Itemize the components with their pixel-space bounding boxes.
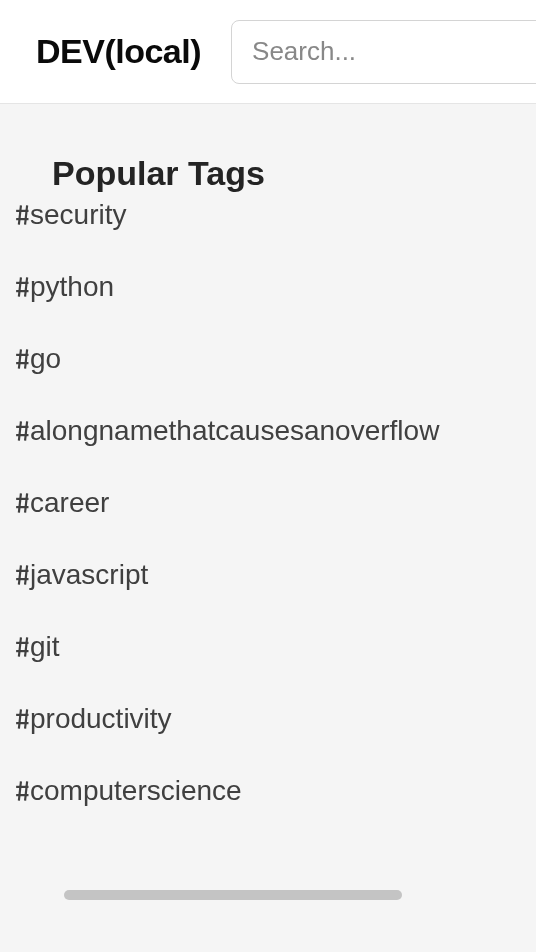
svg-line-10 [19, 349, 21, 368]
svg-line-35 [25, 781, 27, 800]
hash-icon [16, 201, 30, 229]
hash-icon [16, 273, 30, 301]
hash-icon [16, 705, 30, 733]
svg-line-3 [25, 205, 27, 224]
hash-icon [16, 489, 30, 517]
svg-line-23 [25, 565, 27, 584]
tag-item[interactable]: career [16, 467, 496, 539]
svg-line-31 [25, 709, 27, 728]
tag-label: git [30, 631, 60, 663]
tag-label: alongnamethatcausesanoverflow [30, 415, 439, 447]
tags-scroll-content: security python go alongnamethatcausesan… [16, 201, 496, 839]
hash-icon [16, 345, 30, 373]
tag-item[interactable]: alongnamethatcausesanoverflow [16, 395, 496, 467]
svg-line-18 [19, 493, 21, 512]
search-input[interactable] [231, 20, 536, 84]
tag-item[interactable]: python [16, 251, 496, 323]
horizontal-scrollbar-thumb[interactable] [64, 890, 402, 900]
tag-label: computerscience [30, 775, 242, 807]
hash-icon [16, 633, 30, 661]
tag-label: career [30, 487, 109, 519]
svg-line-26 [19, 637, 21, 656]
tag-item[interactable]: go [16, 323, 496, 395]
tag-label: go [30, 343, 61, 375]
svg-line-27 [25, 637, 27, 656]
svg-line-19 [25, 493, 27, 512]
tags-list-container[interactable]: security python go alongnamethatcausesan… [16, 201, 506, 901]
popular-tags-title: Popular Tags [52, 154, 496, 193]
tag-item[interactable]: security [16, 201, 496, 251]
hash-icon [16, 417, 30, 445]
svg-line-2 [19, 205, 21, 224]
hash-icon [16, 777, 30, 805]
svg-line-30 [19, 709, 21, 728]
svg-line-7 [25, 277, 27, 296]
svg-line-34 [19, 781, 21, 800]
svg-line-11 [25, 349, 27, 368]
tag-label: javascript [30, 559, 148, 591]
hash-icon [16, 561, 30, 589]
tag-item[interactable]: productivity [16, 683, 496, 755]
svg-line-15 [25, 421, 27, 440]
svg-line-22 [19, 565, 21, 584]
svg-line-14 [19, 421, 21, 440]
tag-item[interactable]: javascript [16, 539, 496, 611]
tag-item[interactable]: git [16, 611, 496, 683]
site-logo[interactable]: DEV(local) [36, 32, 201, 71]
tag-label: security [30, 201, 126, 231]
tag-label: python [30, 271, 114, 303]
svg-line-6 [19, 277, 21, 296]
horizontal-scrollbar[interactable] [64, 889, 466, 901]
header: DEV(local) [0, 0, 536, 104]
sidebar-content: Popular Tags security python go alongnam… [0, 104, 536, 901]
tag-label: productivity [30, 703, 172, 735]
tag-item[interactable]: computerscience [16, 755, 496, 827]
